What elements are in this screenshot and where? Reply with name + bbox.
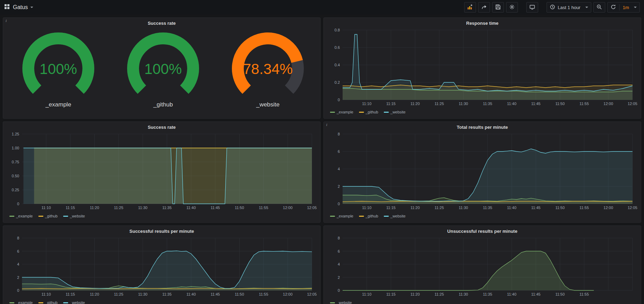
series-fill-_website [22, 251, 312, 290]
unsuccessful-results-per-minute-plot: 0246811:1011:1511:2011:2511:3011:3511:40… [327, 235, 638, 298]
legend-label[interactable]: _github [45, 301, 58, 304]
panel-unsuccessful-results: Unsuccessful results per minute 0246811:… [323, 225, 641, 304]
legend-item-_github[interactable]: _github [359, 110, 378, 114]
time-range-picker[interactable]: Last 1 hour [547, 2, 591, 13]
panel-title[interactable]: Response time [327, 19, 638, 27]
dashboard-settings-button[interactable] [506, 2, 518, 13]
legend-item-_website[interactable]: _website [384, 110, 405, 114]
save-icon [495, 4, 501, 11]
legend-swatch [38, 216, 43, 217]
legend-swatch [384, 216, 389, 217]
svg-text:0: 0 [338, 288, 340, 292]
legend-swatch [9, 216, 14, 217]
unsuccessful-results-chart[interactable]: 0246811:1011:1511:2011:2511:3011:3511:40… [327, 235, 638, 304]
dashboards-grid-icon[interactable] [4, 4, 10, 11]
svg-text:4: 4 [338, 262, 340, 266]
caret-down-icon [585, 7, 588, 8]
success-rate-graph-plot: 00.250.500.751.001.2511:1011:1511:2011:2… [6, 131, 317, 212]
legend-item-_website[interactable]: _website [330, 301, 352, 304]
legend-item-_website[interactable]: _website [63, 214, 85, 218]
legend-item-_website[interactable]: _website [63, 301, 85, 304]
legend-swatch [330, 216, 335, 217]
legend-label[interactable]: _example [337, 110, 353, 114]
svg-text:11:45: 11:45 [531, 206, 541, 210]
svg-text:11:30: 11:30 [138, 292, 147, 296]
svg-text:12:00: 12:00 [603, 102, 613, 106]
svg-text:11:10: 11:10 [362, 206, 372, 210]
panel-info-icon[interactable]: i [6, 18, 7, 23]
legend-swatch [38, 302, 43, 303]
legend-item-_example[interactable]: _example [330, 214, 353, 218]
svg-text:11:45: 11:45 [211, 206, 220, 210]
legend-label[interactable]: _website [390, 110, 405, 114]
svg-text:11:55: 11:55 [579, 102, 589, 106]
dashboard-title-dropdown[interactable]: Gatus [13, 4, 33, 10]
series-fill-_website [343, 251, 594, 291]
svg-text:12:05: 12:05 [307, 292, 317, 296]
success-rate-chart[interactable]: 00.250.500.751.001.2511:1011:1511:2011:2… [6, 131, 317, 218]
svg-text:11:50: 11:50 [235, 292, 244, 296]
panel-title[interactable]: Unsuccessful results per minute [327, 227, 638, 235]
refresh-picker[interactable]: 1m [607, 2, 640, 13]
panel-title[interactable]: Success rate [6, 19, 317, 27]
successful-results-chart[interactable]: 0246811:1011:1511:2011:2511:3011:3511:40… [6, 235, 317, 304]
legend-label[interactable]: _website [70, 214, 85, 218]
panel-title[interactable]: Total results per minute [327, 123, 638, 131]
svg-text:12:00: 12:00 [283, 206, 293, 210]
gauge-label: _example [6, 101, 111, 108]
legend-item-_github[interactable]: _github [38, 214, 58, 218]
svg-text:11:40: 11:40 [186, 292, 196, 296]
svg-text:11:30: 11:30 [459, 102, 468, 106]
gauge-_example: 100%_example [6, 31, 111, 108]
svg-text:11:40: 11:40 [186, 206, 196, 210]
share-dashboard-button[interactable] [478, 2, 490, 13]
svg-text:11:20: 11:20 [90, 292, 99, 296]
save-dashboard-button[interactable] [492, 2, 504, 13]
svg-text:11:15: 11:15 [66, 206, 75, 210]
legend-label[interactable]: _example [337, 214, 353, 218]
legend-label[interactable]: _website [390, 214, 405, 218]
gauge-value: 100% [39, 61, 77, 77]
chart-legend: _example_github_website [6, 299, 317, 304]
legend-item-_website[interactable]: _website [384, 214, 405, 218]
legend-item-_github[interactable]: _github [359, 214, 378, 218]
add-panel-button[interactable] [464, 2, 476, 13]
total-results-chart[interactable]: 0246811:1011:1511:2011:2511:3011:3511:40… [327, 131, 638, 218]
legend-item-_github[interactable]: _github [38, 301, 58, 304]
svg-text:12:05: 12:05 [307, 206, 317, 210]
svg-text:1.00: 1.00 [12, 146, 19, 150]
svg-text:0.8: 0.8 [335, 28, 340, 32]
legend-item-_example[interactable]: _example [9, 214, 33, 218]
panel-title[interactable]: Successful results per minute [6, 227, 317, 235]
panel-title[interactable]: Success rate [6, 123, 317, 131]
tv-mode-button[interactable] [526, 2, 538, 13]
legend-label[interactable]: _example [16, 214, 33, 218]
svg-text:11:10: 11:10 [42, 206, 51, 210]
svg-text:11:20: 11:20 [90, 206, 99, 210]
legend-label[interactable]: _github [366, 214, 378, 218]
svg-text:11:30: 11:30 [459, 292, 468, 296]
svg-text:2: 2 [17, 275, 19, 280]
legend-label[interactable]: _github [366, 110, 378, 114]
svg-text:11:35: 11:35 [162, 206, 172, 210]
response-time-chart[interactable]: 00.20.40.60.811:1011:1511:2011:2511:3011… [327, 27, 638, 114]
svg-text:11:45: 11:45 [211, 292, 220, 296]
svg-text:2: 2 [338, 184, 340, 188]
gauge-value: 100% [144, 61, 182, 77]
legend-label[interactable]: _website [70, 301, 85, 304]
svg-text:11:15: 11:15 [386, 102, 396, 106]
zoom-out-button[interactable] [593, 2, 605, 13]
legend-item-_example[interactable]: _example [330, 110, 353, 114]
dashboard-grid: i Success rate 100%_example100%_github78… [0, 15, 644, 304]
svg-text:11:20: 11:20 [410, 102, 420, 106]
legend-label[interactable]: _website [337, 301, 352, 304]
successful-results-per-minute-plot: 0246811:1011:1511:2011:2511:3011:3511:40… [6, 235, 317, 298]
svg-text:0.25: 0.25 [12, 188, 19, 192]
legend-label[interactable]: _github [45, 214, 58, 218]
svg-text:8: 8 [338, 236, 340, 240]
panel-info-icon[interactable]: i [326, 123, 327, 127]
chart-legend: _example_github_website [327, 213, 638, 218]
total-results-per-minute-plot: 0246811:1011:1511:2011:2511:3011:3511:40… [327, 131, 638, 212]
legend-item-_example[interactable]: _example [9, 301, 33, 304]
legend-label[interactable]: _example [16, 301, 33, 304]
